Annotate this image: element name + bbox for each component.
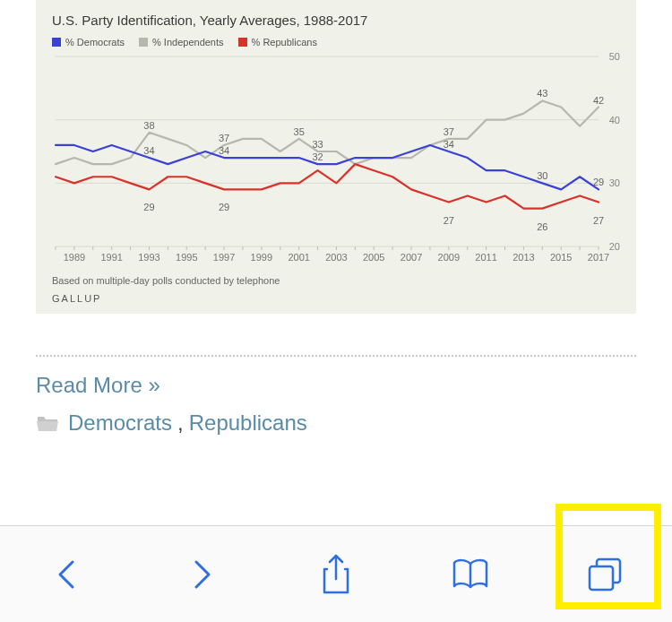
legend-label: % Republicans [252, 37, 317, 48]
data-label: 30 [537, 170, 547, 181]
chart-title: U.S. Party Identification, Yearly Averag… [52, 13, 620, 28]
x-tick-label: 1993 [138, 252, 159, 263]
legend-item-independents: % Independents [139, 37, 224, 48]
back-button[interactable] [0, 526, 134, 622]
chevron-left-icon [55, 557, 80, 592]
data-label: 35 [294, 126, 305, 137]
legend-item-democrats: % Democrats [52, 37, 125, 48]
data-label: 43 [537, 88, 547, 99]
data-label: 34 [143, 145, 154, 156]
x-tick-label: 1995 [176, 252, 197, 263]
tabs-icon [585, 555, 625, 594]
data-label: 34 [444, 139, 454, 150]
data-label: 42 [593, 95, 604, 106]
chevron-right-icon [189, 557, 214, 592]
legend-swatch-republicans [238, 38, 247, 47]
x-tick-label: 2017 [588, 252, 609, 263]
legend-label: % Independents [152, 37, 224, 48]
y-tick-label: 20 [609, 241, 620, 252]
data-label: 29 [593, 177, 604, 187]
section-divider [36, 355, 636, 357]
data-label: 34 [219, 145, 229, 156]
y-tick-label: 40 [609, 115, 620, 125]
y-tick-label: 50 [609, 51, 620, 62]
data-label: 26 [537, 221, 547, 232]
category-link-republicans[interactable]: Republicans [189, 410, 307, 436]
x-tick-label: 2003 [325, 252, 347, 263]
share-icon [320, 554, 352, 595]
browser-toolbar [0, 525, 672, 622]
x-tick-label: 1999 [251, 252, 272, 263]
share-button[interactable] [269, 526, 403, 622]
x-tick-label: 2011 [475, 252, 496, 263]
x-tick-label: 2001 [288, 252, 309, 263]
x-tick-label: 2007 [401, 252, 422, 263]
data-label: 33 [312, 139, 323, 150]
data-label: 27 [444, 215, 454, 226]
y-tick-label: 30 [609, 177, 620, 188]
x-tick-label: 1991 [100, 252, 122, 263]
legend-item-republicans: % Republicans [238, 37, 317, 48]
legend-label: % Democrats [65, 37, 125, 48]
x-axis-ticks: 1989199119931995199719992001200320052007… [52, 252, 620, 266]
forward-button[interactable] [134, 526, 269, 622]
x-tick-label: 2009 [438, 252, 460, 263]
data-label: 32 [312, 151, 323, 162]
book-icon [451, 557, 490, 592]
chart-brand: GALLUP [52, 293, 620, 304]
data-label: 27 [593, 215, 604, 226]
x-tick-label: 1997 [213, 252, 235, 263]
x-tick-label: 1989 [64, 252, 85, 263]
svg-rect-37 [590, 566, 613, 590]
chart-footnote: Based on multiple-day polls conducted by… [52, 275, 620, 286]
data-label: 29 [219, 202, 229, 212]
legend-swatch-democrats [52, 38, 61, 47]
x-tick-label: 2013 [513, 252, 534, 263]
chart-plot-area: 2030405038373533374342343432343029292927… [52, 53, 620, 250]
data-label: 38 [143, 120, 154, 131]
folder-icon [36, 413, 59, 433]
series-line [56, 164, 599, 208]
data-label: 29 [143, 202, 154, 212]
data-label: 37 [444, 126, 454, 137]
legend-swatch-independents [139, 38, 148, 47]
tabs-button[interactable] [538, 526, 672, 622]
x-tick-label: 2005 [363, 252, 384, 263]
x-tick-label: 2015 [550, 252, 572, 263]
category-link-democrats[interactable]: Democrats [68, 410, 172, 436]
bookmarks-button[interactable] [403, 526, 538, 622]
read-more-link[interactable]: Read More » [36, 373, 636, 398]
category-separator: , [177, 410, 184, 436]
data-label: 37 [219, 133, 229, 143]
category-row: Democrats, Republicans [36, 410, 636, 436]
chart-legend: % Democrats % Independents % Republicans [52, 37, 620, 48]
chart-container: U.S. Party Identification, Yearly Averag… [36, 0, 636, 314]
